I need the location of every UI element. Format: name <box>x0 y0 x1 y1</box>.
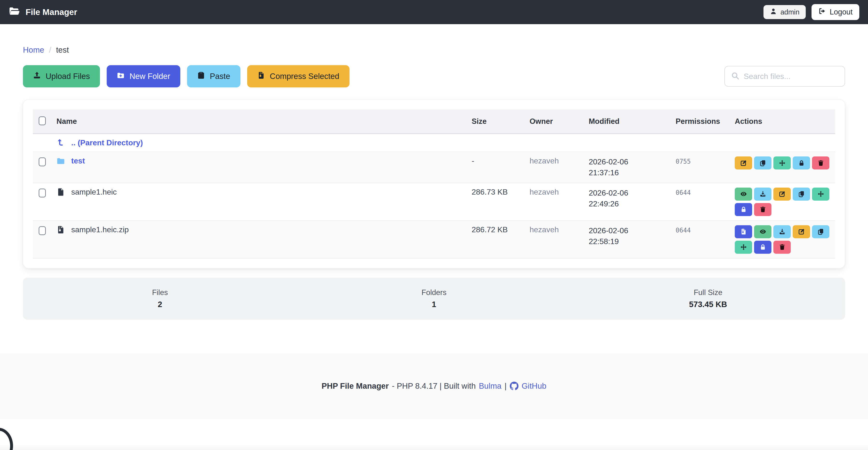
bulma-link[interactable]: Bulma <box>479 382 502 391</box>
copy-button[interactable] <box>793 187 810 201</box>
breadcrumb-current: test <box>56 46 69 55</box>
move-button[interactable] <box>773 156 791 170</box>
file-table-card: Name Size Owner Modified Permissions Act… <box>23 99 845 268</box>
bottom-left-artifact <box>0 428 13 450</box>
file-owner: hezaveh <box>524 183 583 221</box>
move-icon <box>779 160 785 166</box>
lock-icon <box>760 244 766 250</box>
edit-icon <box>798 229 805 235</box>
zip-file-icon <box>57 226 65 234</box>
new-folder-button[interactable]: New Folder <box>107 65 180 87</box>
download-button[interactable] <box>754 187 771 201</box>
paste-button[interactable]: Paste <box>187 65 240 87</box>
file-name-label: sample1.heic <box>71 187 117 197</box>
rename-button[interactable] <box>793 225 810 238</box>
row-checkbox[interactable] <box>39 188 46 198</box>
edit-icon <box>779 191 785 197</box>
file-row: sample1.heic286.73 KBhezaveh2026-02-0622… <box>33 183 835 221</box>
row-checkbox[interactable] <box>39 157 46 166</box>
permissions-button[interactable] <box>735 203 752 216</box>
select-all-checkbox[interactable] <box>39 116 46 125</box>
upload-icon <box>33 71 41 81</box>
permissions-button[interactable] <box>793 156 810 170</box>
copy-icon <box>760 160 766 166</box>
column-header-name: Name <box>51 109 466 134</box>
app-brand: File Manager <box>9 5 77 19</box>
move-icon <box>740 244 747 250</box>
download-icon <box>760 191 766 197</box>
extract-button[interactable] <box>735 225 752 238</box>
file-permissions: 0644 <box>670 183 729 221</box>
file-size: 286.72 KB <box>466 221 524 258</box>
view-button[interactable] <box>735 187 752 201</box>
eye-icon <box>760 229 766 235</box>
full-size-value: 573.45 KB <box>571 300 845 309</box>
column-header-size: Size <box>466 109 524 134</box>
navbar: File Manager admin Logout <box>0 0 868 24</box>
delete-button[interactable] <box>812 156 829 170</box>
copy-button[interactable] <box>754 156 771 170</box>
delete-button[interactable] <box>754 203 771 216</box>
file-permissions: 0644 <box>670 221 729 258</box>
username-label: admin <box>780 8 800 16</box>
footer: PHP File Manager - PHP 8.4.17 | Built wi… <box>0 354 868 419</box>
search-box <box>724 66 845 87</box>
file-owner: hezaveh <box>524 152 583 183</box>
move-icon <box>817 191 824 197</box>
view-button[interactable] <box>754 225 771 238</box>
column-header-actions: Actions <box>729 109 835 134</box>
copy-icon <box>798 191 805 197</box>
file-name-label: sample1.heic.zip <box>71 225 129 234</box>
file-row: test-hezaveh2026-02-0621:37:160755 <box>33 152 835 183</box>
footer-divider: | <box>504 382 507 391</box>
copy-button[interactable] <box>812 225 829 238</box>
edit-icon <box>740 160 747 166</box>
stat-full-size: Full Size 573.45 KB <box>571 288 845 309</box>
stats-bar: Files 2 Folders 1 Full Size 573.45 KB <box>23 278 845 320</box>
move-button[interactable] <box>735 241 752 254</box>
column-header-owner: Owner <box>524 109 583 134</box>
toolbar: Upload Files New Folder Paste Compress S… <box>23 65 845 87</box>
paste-icon <box>197 71 205 81</box>
logout-button[interactable]: Logout <box>811 4 859 20</box>
zip-file-icon <box>257 71 265 81</box>
file-icon <box>57 188 65 196</box>
user-badge: admin <box>764 5 806 19</box>
file-modified: 2026-02-0621:37:16 <box>583 152 670 183</box>
upload-files-button[interactable]: Upload Files <box>23 65 100 87</box>
file-row: sample1.heic.zip286.72 KBhezaveh2026-02-… <box>33 221 835 258</box>
permissions-button[interactable] <box>754 241 771 254</box>
footer-version-text: - PHP 8.4.17 | Built with <box>392 382 476 391</box>
table-header-row: Name Size Owner Modified Permissions Act… <box>33 109 835 134</box>
rename-button[interactable] <box>735 156 752 170</box>
rename-button[interactable] <box>773 187 791 201</box>
copy-icon <box>817 229 824 235</box>
search-input[interactable] <box>744 72 838 81</box>
move-button[interactable] <box>812 187 829 201</box>
github-link[interactable]: GitHub <box>522 382 547 391</box>
user-icon <box>770 8 777 17</box>
parent-directory-link[interactable]: .. (Parent Directory) <box>71 138 143 147</box>
file-permissions: 0755 <box>670 152 729 183</box>
trash-icon <box>760 206 766 213</box>
row-checkbox[interactable] <box>39 226 46 235</box>
file-size: 286.73 KB <box>466 183 524 221</box>
zip-file-icon <box>740 229 747 235</box>
breadcrumb-home-link[interactable]: Home <box>23 46 44 55</box>
download-icon <box>779 229 785 235</box>
navbar-right: admin Logout <box>764 4 859 20</box>
file-table: Name Size Owner Modified Permissions Act… <box>33 109 835 259</box>
file-owner: hezaveh <box>524 221 583 258</box>
delete-button[interactable] <box>773 241 791 254</box>
column-header-modified: Modified <box>583 109 670 134</box>
compress-selected-button[interactable]: Compress Selected <box>247 65 349 87</box>
file-name-link[interactable]: test <box>71 156 85 166</box>
eye-icon <box>740 191 747 197</box>
file-modified: 2026-02-0622:49:26 <box>583 183 670 221</box>
folders-count: 1 <box>297 300 571 309</box>
download-button[interactable] <box>773 225 791 238</box>
parent-directory-row: .. (Parent Directory) <box>33 134 835 152</box>
trash-icon <box>817 160 824 166</box>
search-icon <box>731 72 739 81</box>
bottom-edge-shadow <box>0 444 868 450</box>
